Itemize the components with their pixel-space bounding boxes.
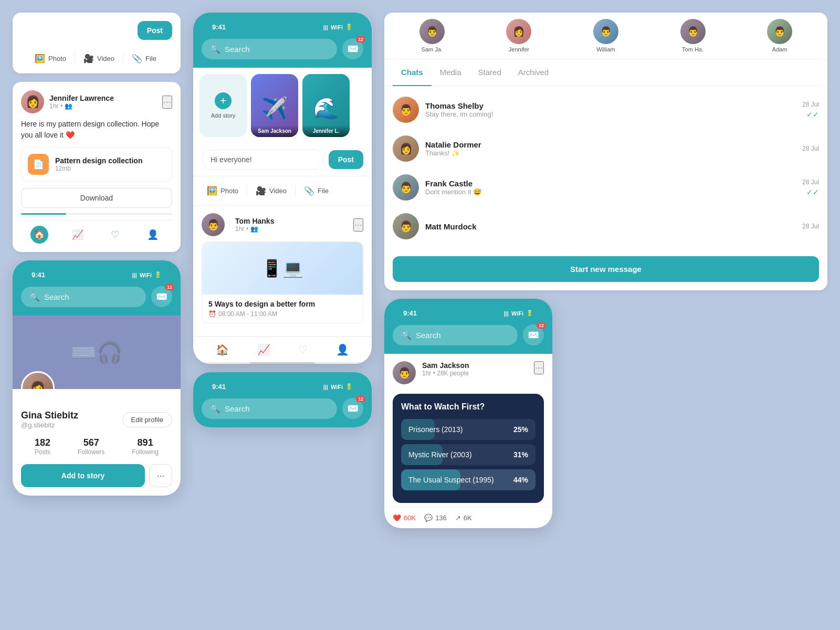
center-search-bar[interactable]: 🔍 Search bbox=[202, 39, 337, 59]
natalie-avatar: 👩 bbox=[393, 135, 419, 162]
poll-option-3[interactable]: The Usual Suspect (1995) 44% bbox=[401, 469, 536, 490]
media-row: 🖼️ Photo 🎥 Video 📎 File bbox=[193, 176, 372, 206]
tom-mini-avatar: 👨 bbox=[680, 19, 706, 44]
chat-tabs: Chats Media Stared Archived bbox=[384, 59, 827, 86]
tom-more-button[interactable]: ··· bbox=[353, 218, 363, 232]
poll-option-2[interactable]: Mystic River (2003) 31% bbox=[401, 444, 536, 465]
heart-reaction[interactable]: ❤️ 60K bbox=[393, 514, 416, 522]
center-video-button[interactable]: 🎥 Video bbox=[250, 183, 292, 199]
person-action[interactable]: 👤 bbox=[143, 226, 163, 244]
status-icons: ||| WiFi 🔋 bbox=[132, 271, 162, 278]
chart-action[interactable]: 📈 bbox=[68, 226, 88, 244]
chat-item-natalie[interactable]: 👩 Natalie Dormer Thanks! ✨ 28 Jul bbox=[384, 129, 827, 168]
comment-count: 136 bbox=[435, 514, 447, 522]
download-button[interactable]: Download bbox=[21, 188, 172, 208]
stats-row: 182 Posts 567 Followers 891 Following bbox=[21, 437, 172, 456]
heart-action[interactable]: ♡ bbox=[107, 226, 123, 244]
poll-option-pct-2: 31% bbox=[513, 450, 528, 459]
nav-chart[interactable]: 📈 bbox=[257, 343, 270, 356]
poll-time: 9:41 bbox=[403, 309, 417, 317]
story-add-label: Add story bbox=[211, 112, 235, 119]
poll-option-pct-1: 25% bbox=[513, 425, 528, 434]
add-to-story-button[interactable]: Add to story bbox=[21, 464, 145, 487]
story-add-icon: + bbox=[215, 92, 232, 109]
post-meta: Jennifer Lawrence 1hr • 👥 bbox=[49, 94, 157, 110]
thomas-info: Thomas Shelby Stay there, im coming! bbox=[425, 101, 796, 118]
tab-media[interactable]: Media bbox=[432, 59, 470, 86]
poll-message-button[interactable]: ✉️ 12 bbox=[523, 324, 544, 345]
story-sam[interactable]: ✈️ Sam Jackson bbox=[251, 74, 298, 137]
frank-info: Frank Castle Dont mention it 😅 bbox=[425, 179, 796, 196]
video-button[interactable]: 🎥 Video bbox=[78, 50, 120, 67]
post-input-field[interactable] bbox=[202, 150, 323, 170]
feed-post-tom: 👨 Tom Hanks 1hr • 👥 ··· 📱💻 5 Ways to des… bbox=[193, 206, 372, 337]
story-overlay-sam: Sam Jackson bbox=[251, 125, 298, 137]
jennifer-mini-name: Jennifer bbox=[509, 46, 529, 52]
center-search-icon: 🔍 bbox=[210, 44, 220, 54]
poll-option-1[interactable]: Prisoners (2013) 25% bbox=[401, 419, 536, 440]
tab-stared[interactable]: Stared bbox=[470, 59, 510, 86]
center2-message-button[interactable]: ✉️ 12 bbox=[342, 398, 363, 419]
photo-label: Photo bbox=[48, 55, 66, 62]
center-photo-label: Photo bbox=[220, 187, 238, 195]
center-message-button[interactable]: ✉️ 12 bbox=[342, 38, 363, 59]
nav-person[interactable]: 👤 bbox=[336, 343, 349, 356]
search-icon: 🔍 bbox=[29, 292, 40, 302]
photo-button[interactable]: 🖼️ Photo bbox=[29, 50, 71, 67]
more-options-button[interactable]: ··· bbox=[149, 464, 172, 487]
user-avatar-tom[interactable]: 👨 Tom Ha. bbox=[680, 19, 706, 52]
comment-reaction[interactable]: 💬 136 bbox=[424, 514, 447, 522]
status-bar: 9:41 ||| WiFi 🔋 bbox=[21, 266, 172, 282]
sam-poll-avatar: 👨 bbox=[393, 361, 416, 384]
profile-body: Gina Stiebitz @g.stiebitz Edit profile 1… bbox=[13, 389, 181, 496]
profile-cover: ⌨️🎧 👩 bbox=[13, 316, 181, 389]
user-avatar-adam[interactable]: 👨 Adam bbox=[767, 19, 792, 52]
user-avatar-jennifer[interactable]: 👩 Jennifer bbox=[506, 19, 531, 52]
start-new-message-button[interactable]: Start new message bbox=[393, 256, 819, 282]
chat-item-matt[interactable]: 👨 Matt Murdock 28 Jul bbox=[384, 207, 827, 246]
story-jennifer[interactable]: 🌊 Jennifer L. bbox=[302, 74, 350, 137]
center-phone-1: 9:41 ||| WiFi 🔋 🔍 Search ✉️ 12 bbox=[193, 13, 372, 364]
message-button[interactable]: ✉️ 12 bbox=[151, 286, 172, 307]
more-button[interactable]: ··· bbox=[162, 96, 172, 109]
user-avatar-william[interactable]: 👨 William bbox=[593, 19, 618, 52]
center-photo-button[interactable]: 🖼️ Photo bbox=[202, 183, 244, 199]
frank-name: Frank Castle bbox=[425, 179, 796, 188]
chat-item-frank[interactable]: 👨 Frank Castle Dont mention it 😅 28 Jul … bbox=[384, 168, 827, 207]
stat-followers: 567 Followers bbox=[78, 437, 104, 456]
center-header-1: 9:41 ||| WiFi 🔋 🔍 Search ✉️ 12 bbox=[193, 13, 372, 68]
natalie-meta: 28 Jul bbox=[802, 145, 819, 152]
add-story-item[interactable]: + Add story bbox=[200, 74, 247, 137]
share-reaction[interactable]: ↗ 6K bbox=[455, 514, 472, 522]
natalie-preview: Thanks! ✨ bbox=[425, 149, 796, 157]
tab-archived[interactable]: Archived bbox=[510, 59, 557, 86]
matt-time: 28 Jul bbox=[802, 223, 819, 230]
frank-avatar: 👨 bbox=[393, 174, 419, 201]
tab-chats[interactable]: Chats bbox=[393, 59, 432, 86]
chat-list: 👨 Thomas Shelby Stay there, im coming! 2… bbox=[384, 86, 827, 250]
poll-creator-name: Sam Jackson bbox=[422, 361, 534, 370]
nav-heart[interactable]: ♡ bbox=[298, 343, 308, 356]
center-file-button[interactable]: 📎 File bbox=[299, 183, 334, 199]
center-file-label: File bbox=[318, 187, 329, 195]
chat-item-thomas[interactable]: 👨 Thomas Shelby Stay there, im coming! 2… bbox=[384, 90, 827, 129]
center-photo-icon: 🖼️ bbox=[207, 186, 217, 196]
poll-search-bar[interactable]: 🔍 Search bbox=[393, 325, 518, 345]
sam-mini-name: Sam Ja. bbox=[422, 46, 443, 52]
file-icon: 📎 bbox=[132, 54, 142, 64]
post-button[interactable]: Post bbox=[138, 21, 172, 40]
william-mini-name: William bbox=[596, 46, 615, 52]
thomas-avatar: 👨 bbox=[393, 97, 419, 123]
thomas-preview: Stay there, im coming! bbox=[425, 110, 796, 118]
frank-meta: 28 Jul ✓✓ bbox=[802, 178, 819, 196]
file-button[interactable]: 📎 File bbox=[127, 50, 162, 67]
search-bar[interactable]: 🔍 Search bbox=[21, 287, 146, 307]
nav-home[interactable]: 🏠 bbox=[216, 343, 229, 356]
user-avatar-sam[interactable]: 👨 Sam Ja. bbox=[419, 19, 445, 52]
poll-search-placeholder: Search bbox=[416, 331, 441, 340]
poll-more-button[interactable]: ··· bbox=[534, 361, 544, 374]
post-submit-button[interactable]: Post bbox=[329, 150, 363, 169]
home-action[interactable]: 🏠 bbox=[30, 226, 48, 244]
edit-profile-button[interactable]: Edit profile bbox=[122, 412, 172, 427]
center2-search-bar[interactable]: 🔍 Search bbox=[202, 398, 337, 419]
